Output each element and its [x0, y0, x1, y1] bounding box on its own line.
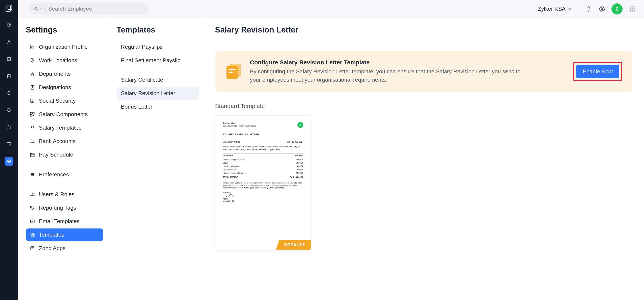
- nav-designations[interactable]: Designations: [26, 81, 103, 94]
- notifications-button[interactable]: [584, 5, 592, 13]
- preview-date-value: 18 Aug 2024: [292, 141, 303, 143]
- rail-import[interactable]: [4, 55, 13, 63]
- default-ribbon: DEFAULT: [276, 240, 311, 250]
- rail-approvals[interactable]: [4, 72, 13, 80]
- users-icon: [30, 192, 35, 197]
- nav-email-templates[interactable]: Email Templates: [26, 215, 103, 228]
- nav-organization-profile[interactable]: Organization Profile: [26, 41, 103, 53]
- nav-label: Email Templates: [39, 218, 80, 225]
- apps-grid-icon: [629, 5, 636, 12]
- svg-point-23: [32, 72, 33, 73]
- nav-label: Designations: [39, 84, 71, 91]
- rail-reports[interactable]: [4, 140, 13, 149]
- top-bar: Zylker KSA Z: [18, 0, 644, 18]
- tnav-bonus-letter[interactable]: Bonus Letter: [116, 100, 199, 114]
- preview-signature: Sincerely, Adilfs, Manager - HR: [223, 192, 303, 202]
- svg-point-8: [8, 161, 10, 162]
- nav-templates[interactable]: Templates: [26, 228, 103, 241]
- svg-rect-44: [30, 220, 34, 223]
- content-area: Salary Revision Letter Configure Salary …: [203, 18, 644, 300]
- nav-departments[interactable]: Departments: [26, 68, 103, 80]
- svg-rect-30: [30, 112, 32, 114]
- nav-label: Social Security: [39, 98, 76, 104]
- nav-salary-components[interactable]: Salary Components: [26, 108, 103, 121]
- preview-address: 223 Oasis Plaza Riyadh Saudi Arabia: [223, 125, 256, 127]
- left-rail: [0, 0, 18, 300]
- nav-work-locations[interactable]: Work Locations: [26, 54, 103, 67]
- nav-label: Salary Templates: [39, 125, 82, 131]
- template-card-standard[interactable]: Zylker Gulf 223 Oasis Plaza Riyadh Saudi…: [215, 115, 311, 250]
- svg-point-34: [33, 127, 34, 128]
- nav-pay-schedule[interactable]: Pay Schedule: [26, 149, 103, 161]
- nav-users-roles[interactable]: Users & Roles: [26, 188, 103, 201]
- svg-point-14: [630, 8, 631, 9]
- calendar-icon: [30, 152, 35, 157]
- tnav-regular-payslips[interactable]: Regular Payslips: [116, 40, 199, 54]
- svg-point-42: [33, 193, 34, 194]
- svg-point-10: [601, 8, 603, 10]
- preview-dear: Dear: [223, 141, 227, 143]
- rail-documents[interactable]: [4, 123, 13, 132]
- svg-point-43: [31, 207, 32, 207]
- people-bank-icon: [30, 139, 35, 144]
- svg-point-13: [634, 6, 635, 7]
- templates-title: Templates: [116, 25, 199, 34]
- page-title: Salary Revision Letter: [215, 25, 632, 34]
- svg-point-2: [10, 6, 11, 7]
- preview-company: Zylker Gulf: [223, 122, 256, 125]
- rail-dashboard[interactable]: [4, 21, 13, 29]
- nav-salary-templates[interactable]: Salary Templates: [26, 122, 103, 134]
- zoho-icon: [30, 246, 35, 251]
- search-input[interactable]: [48, 6, 144, 12]
- nav-social-security[interactable]: Social Security: [26, 95, 103, 107]
- svg-point-41: [31, 193, 32, 194]
- svg-rect-31: [32, 112, 34, 114]
- nav-label: Bank Accounts: [39, 138, 76, 145]
- enable-now-button[interactable]: Enable Now: [576, 65, 620, 78]
- nav-zoho-apps[interactable]: Zoho Apps: [26, 242, 103, 255]
- nav-label: Templates: [39, 232, 64, 238]
- enable-highlight: Enable Now: [573, 62, 622, 81]
- org-switcher[interactable]: Zylker KSA: [538, 6, 572, 12]
- svg-point-18: [632, 10, 633, 11]
- tnav-salary-certificate[interactable]: Salary Certificate: [116, 73, 199, 87]
- configure-banner: Configure Salary Revision Letter Templat…: [215, 51, 632, 92]
- svg-point-16: [634, 8, 635, 9]
- nav-reporting-tags[interactable]: Reporting Tags: [26, 201, 103, 214]
- nav-label: Pay Schedule: [39, 151, 73, 158]
- settings-quick-button[interactable]: [598, 5, 606, 13]
- svg-rect-32: [30, 115, 32, 116]
- rail-benefits[interactable]: [4, 106, 13, 115]
- nav-label: Departments: [39, 71, 71, 77]
- preview-footer: All other terms and conditions of your e…: [223, 182, 303, 189]
- rail-people[interactable]: [4, 38, 13, 46]
- settings-title: Settings: [26, 25, 103, 34]
- nav-label: Work Locations: [39, 57, 77, 64]
- bell-icon: [585, 5, 592, 12]
- svg-point-39: [31, 174, 32, 175]
- nav-label: Users & Roles: [39, 191, 74, 198]
- rail-settings[interactable]: [4, 157, 13, 166]
- apps-grid-button[interactable]: [628, 5, 636, 13]
- tnav-salary-revision-letter[interactable]: Salary Revision Letter: [116, 87, 199, 100]
- nav-preferences[interactable]: Preferences: [26, 168, 103, 181]
- nav-bank-accounts[interactable]: Bank Accounts: [26, 135, 103, 148]
- search-divider: [45, 6, 46, 12]
- svg-point-36: [33, 140, 34, 141]
- rail-payruns[interactable]: [4, 89, 13, 98]
- map-pin-icon: [30, 58, 35, 63]
- tnav-final-settlement[interactable]: Final Settlement Payslip: [116, 54, 199, 67]
- svg-point-27: [32, 86, 33, 87]
- svg-point-19: [634, 10, 635, 11]
- org-chart-icon: [30, 71, 35, 76]
- svg-rect-21: [33, 46, 34, 49]
- svg-point-11: [630, 6, 631, 7]
- app-logo: [5, 4, 13, 12]
- search-container[interactable]: [30, 3, 148, 14]
- svg-point-33: [31, 126, 32, 128]
- svg-point-9: [34, 7, 37, 10]
- chevron-down-icon: [568, 7, 572, 11]
- settings-sidebar: Settings Organization Profile Work Locat…: [18, 18, 108, 300]
- avatar[interactable]: Z: [612, 3, 622, 14]
- doc-stack-icon: [30, 232, 35, 237]
